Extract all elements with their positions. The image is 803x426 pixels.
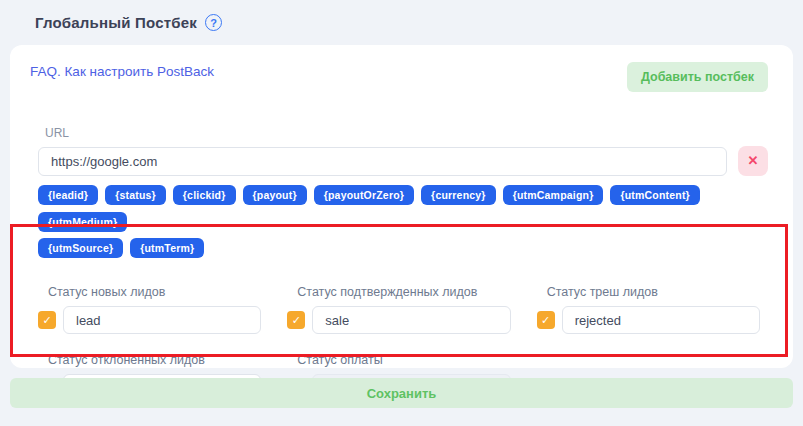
macro-chip[interactable]: {utmTerm} <box>130 238 204 258</box>
checkbox[interactable]: ✓ <box>537 311 555 329</box>
status-field-new-leads: Статус новых лидов ✓ <box>38 285 261 334</box>
add-postback-button[interactable]: Добавить постбек <box>627 62 768 92</box>
macro-chip[interactable]: {status} <box>105 185 166 205</box>
close-icon: ✕ <box>748 153 759 168</box>
status-input[interactable] <box>312 306 510 334</box>
macros-row-1: {leadid}{status}{clickid}{payout}{payout… <box>38 185 768 232</box>
macro-chip[interactable]: {payout} <box>243 185 307 205</box>
macros-row-2: {utmSource}{utmTerm} <box>38 238 768 258</box>
macro-chip[interactable]: {clickid} <box>173 185 236 205</box>
question-circle-icon[interactable]: ? <box>205 14 222 31</box>
macro-chip[interactable]: {payoutOrZero} <box>314 185 414 205</box>
page-header: Глобальный Постбек ? <box>0 0 803 31</box>
postback-form: URL ✕ {leadid}{status}{clickid}{payout}{… <box>38 126 768 402</box>
macro-chip[interactable]: {leadid} <box>38 185 98 205</box>
status-label: Статус подтвержденных лидов <box>287 285 510 299</box>
status-label: Статус отклоненных лидов <box>38 353 261 367</box>
status-input[interactable] <box>562 306 760 334</box>
status-label: Статус треш лидов <box>537 285 760 299</box>
url-input[interactable] <box>38 147 727 176</box>
card-header: FAQ. Как настроить PostBack Добавить пос… <box>30 62 768 92</box>
postback-card: FAQ. Как настроить PostBack Добавить пос… <box>10 45 793 368</box>
url-label: URL <box>38 126 768 140</box>
checkbox[interactable]: ✓ <box>38 311 56 329</box>
page-title: Глобальный Постбек <box>35 14 197 31</box>
checkbox[interactable]: ✓ <box>287 311 305 329</box>
macro-chip[interactable]: {utmCampaign} <box>503 185 604 205</box>
macro-chip[interactable]: {utmContent} <box>610 185 699 205</box>
url-section: URL ✕ <box>38 126 768 176</box>
status-field-trash-leads: Статус треш лидов ✓ <box>537 285 760 334</box>
status-field-confirmed-leads: Статус подтвержденных лидов ✓ <box>287 285 510 334</box>
status-input[interactable] <box>63 306 261 334</box>
faq-link[interactable]: FAQ. Как настроить PostBack <box>30 62 214 79</box>
status-label: Статус оплаты <box>287 353 510 367</box>
status-label: Статус новых лидов <box>38 285 261 299</box>
save-button[interactable]: Сохранить <box>10 378 793 408</box>
remove-url-button[interactable]: ✕ <box>738 146 768 176</box>
macro-chip[interactable]: {utmMedium} <box>38 212 127 232</box>
macro-chip[interactable]: {utmSource} <box>38 238 123 258</box>
macro-chip[interactable]: {currency} <box>421 185 496 205</box>
